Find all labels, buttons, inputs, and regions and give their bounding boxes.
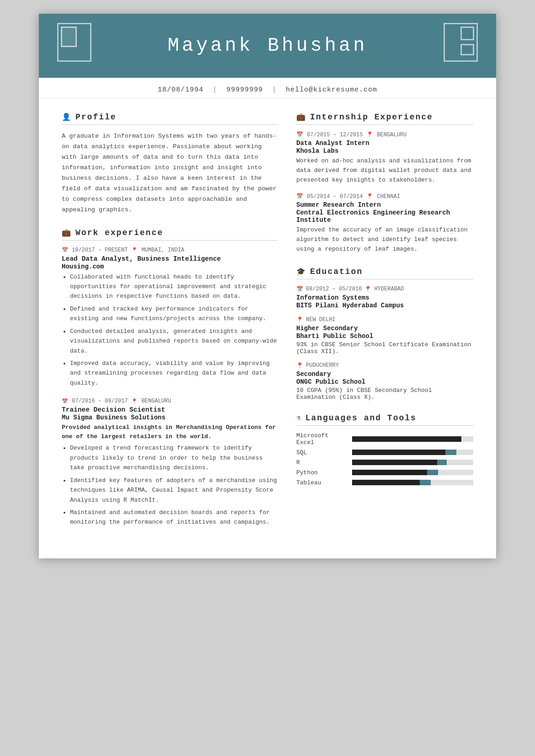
internship-section-label: Internship Experience xyxy=(310,113,433,122)
contact-bar: 18/08/1994 | 99999999 | hello@kickresume… xyxy=(39,78,496,99)
job-2-bullet-2: Identified key features of adopters of a… xyxy=(70,476,278,505)
skill-excel-name: Microsoft Excel xyxy=(296,432,347,446)
skills-section-header: ⚗ Languages and Tools xyxy=(296,413,473,426)
edu-1-degree: Information Systems xyxy=(296,294,473,301)
edu-1-date: 08/2012 – 05/2016 xyxy=(306,286,362,292)
job-1-meta: 📅 10/2017 – PRESENT 📍 MUMBAI, INDIA xyxy=(62,247,278,253)
job-1-date: 10/2017 – PRESENT xyxy=(72,247,128,253)
resume-container: Mayank Bhushan 18/08/1994 | 99999999 | h… xyxy=(39,14,496,558)
job-2-date: 07/2016 – 09/2017 xyxy=(72,398,128,404)
skill-python: Python xyxy=(296,469,473,476)
internship-2-date: 05/2014 – 07/2014 xyxy=(307,193,363,200)
edu-1-school: BITS Pilani Hyderabad Campus xyxy=(296,302,473,309)
profile-text: A graduate in Information Systems with t… xyxy=(62,131,278,215)
internship-1: 📅 07/2015 – 12/2015 📍 BENGALURU Data Ana… xyxy=(296,131,473,185)
job-2-bullet-1: Developed a trend forecasting framework … xyxy=(70,443,278,472)
calendar-icon-int2: 📅 xyxy=(296,193,303,200)
internship-1-org: Khosla Labs xyxy=(296,147,473,155)
job-2-meta: 📅 07/2016 – 09/2017 📍 BENGALURU xyxy=(62,398,278,404)
skill-r-bar xyxy=(352,460,473,465)
job-1-bullet-1: Collaborated with functional heads to id… xyxy=(70,272,278,301)
profile-section-header: 👤 Profile xyxy=(62,113,278,125)
skills-section: ⚗ Languages and Tools Microsoft Excel SQ… xyxy=(296,413,473,486)
skill-r-accent xyxy=(437,460,447,465)
edu-3-school: ONGC Public School xyxy=(296,378,473,386)
edu-3-meta: 📍 PUDUCHERRY xyxy=(296,362,473,369)
job-1-title: Lead Data Analyst, Business Intelligence xyxy=(62,255,278,263)
job-2: 📅 07/2016 – 09/2017 📍 BENGALURU Trainee … xyxy=(62,398,278,527)
work-icon: 💼 xyxy=(62,228,72,237)
calendar-icon-2: 📅 xyxy=(62,398,68,404)
location-icon-2: 📍 xyxy=(131,398,138,404)
skill-r-name: R xyxy=(296,459,347,466)
edu-2-degree: Higher Secondary xyxy=(296,325,473,332)
profile-icon: 👤 xyxy=(62,113,72,122)
internship-2-org: Central Electronics Engineering Research… xyxy=(296,209,473,224)
internship-1-date: 07/2015 – 12/2015 xyxy=(307,132,363,138)
internship-2: 📅 05/2014 – 07/2014 📍 CHENNAI Summer Res… xyxy=(296,193,473,254)
skill-tableau-fill xyxy=(352,480,420,485)
skill-tableau: Tableau xyxy=(296,479,473,486)
skill-sql: SQL xyxy=(296,449,473,456)
internship-2-meta: 📅 05/2014 – 07/2014 📍 CHENNAI xyxy=(296,193,473,200)
job-2-location: BENGALURU xyxy=(141,398,171,404)
skill-r-fill xyxy=(352,460,437,465)
job-1-bullet-2: Defined and tracked key performance indi… xyxy=(70,304,278,324)
job-1-bullets: Collaborated with functional heads to id… xyxy=(62,272,278,388)
job-1-bullet-3: Conducted detailed analysis, generated i… xyxy=(70,327,278,356)
skill-python-accent xyxy=(427,470,438,475)
calendar-icon-edu1: 📅 xyxy=(296,286,303,293)
job-1-location: MUMBAI, INDIA xyxy=(141,247,184,253)
header-decoration-left xyxy=(57,23,94,64)
profile-section-label: Profile xyxy=(75,113,117,122)
location-icon-edu3: 📍 xyxy=(296,362,303,369)
skill-python-bar xyxy=(352,470,473,475)
skill-tableau-accent xyxy=(420,480,431,485)
separator2: | xyxy=(272,86,277,94)
header-decoration-right xyxy=(441,23,478,64)
job-2-bullets: Developed a trend forecasting framework … xyxy=(62,443,278,527)
skill-python-fill xyxy=(352,470,427,475)
edu-2-school: Bharti Public School xyxy=(296,332,473,340)
location-icon-edu1: 📍 xyxy=(364,286,371,293)
email: hello@kickresume.com xyxy=(286,86,377,94)
skill-excel-fill xyxy=(352,436,461,442)
education-section-header: 🎓 Education xyxy=(296,267,473,279)
left-column: 👤 Profile A graduate in Information Syst… xyxy=(62,113,278,540)
work-section-label: Work experience xyxy=(75,228,163,237)
edu-2-desc: 93% in CBSE Senior School Certificate Ex… xyxy=(296,341,473,355)
job-2-desc-bold: Provided analytical insights in Merchand… xyxy=(62,423,278,441)
skill-tableau-name: Tableau xyxy=(296,479,347,486)
edu-2-meta: 📍 NEW DELHI xyxy=(296,316,473,323)
right-column: 💼 Internship Experience 📅 07/2015 – 12/2… xyxy=(296,113,473,540)
education-icon: 🎓 xyxy=(296,267,306,276)
job-2-bullet-3: Maintained and automated decision boards… xyxy=(70,508,278,527)
profile-section: 👤 Profile A graduate in Information Syst… xyxy=(62,113,278,215)
internship-1-location: BENGALURU xyxy=(377,132,407,138)
edu-1: 📅 08/2012 – 05/2016 📍 HYDERABAD Informat… xyxy=(296,286,473,309)
skill-sql-fill xyxy=(352,450,445,455)
skill-sql-name: SQL xyxy=(296,449,347,456)
dob: 18/08/1994 xyxy=(158,86,203,94)
internship-section: 💼 Internship Experience 📅 07/2015 – 12/2… xyxy=(296,113,473,254)
internship-1-meta: 📅 07/2015 – 12/2015 📍 BENGALURU xyxy=(296,131,473,138)
edu-3-degree: Secondary xyxy=(296,370,473,378)
job-1-company: Housing.com xyxy=(62,263,278,270)
job-1: 📅 10/2017 – PRESENT 📍 MUMBAI, INDIA Lead… xyxy=(62,247,278,388)
education-section-label: Education xyxy=(310,267,363,276)
internship-2-location: CHENNAI xyxy=(377,193,400,200)
skill-sql-accent xyxy=(445,450,456,455)
resume-header: Mayank Bhushan xyxy=(39,14,496,78)
edu-3-location: PUDUCHERRY xyxy=(306,362,339,369)
job-2-company: Mu Sigma Business Solutions xyxy=(62,414,278,421)
education-section: 🎓 Education 📅 08/2012 – 05/2016 📍 HYDERA… xyxy=(296,267,473,401)
internship-2-title: Summer Research Intern xyxy=(296,201,473,209)
job-2-title: Trainee Decision Scientist xyxy=(62,406,278,413)
skill-tableau-bar xyxy=(352,480,473,485)
skills-icon: ⚗ xyxy=(296,413,302,423)
location-icon-int1: 📍 xyxy=(366,131,373,138)
edu-1-location: HYDERABAD xyxy=(374,286,404,292)
internship-1-title: Data Analyst Intern xyxy=(296,139,473,147)
location-icon-1: 📍 xyxy=(131,247,138,253)
work-section-header: 💼 Work experience xyxy=(62,228,278,241)
